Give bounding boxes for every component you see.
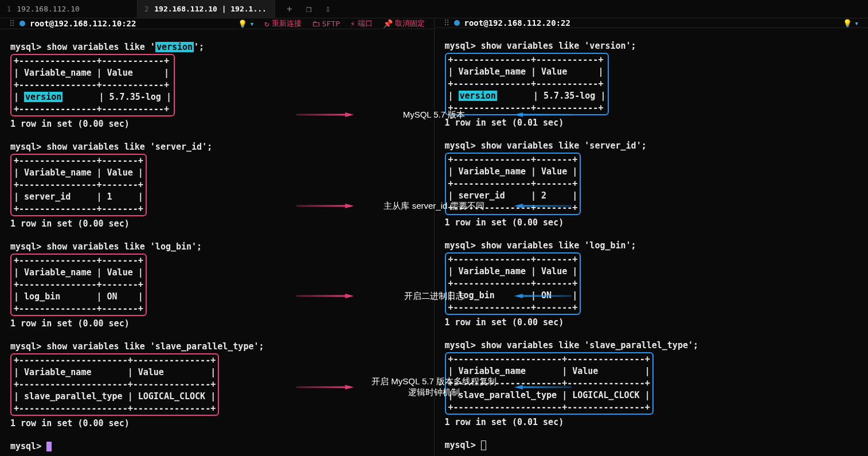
- pane-right: ⠿ root@192.168.112.20:22 💡 ▾ mysql> show…: [435, 18, 869, 456]
- result-summary: 1 row in set (0.00 sec): [10, 417, 424, 430]
- pane-header-info: ⠿ root@192.168.112.10:22: [9, 19, 136, 28]
- cursor-icon: [481, 441, 486, 450]
- status-dot-icon: [454, 20, 460, 26]
- folder-icon: 🗀: [312, 19, 320, 28]
- pane-toolbar: 💡 ▾: [843, 19, 859, 28]
- sql-command: mysql> show variables like 'version';: [445, 40, 858, 53]
- chevron-down-icon: ▾: [854, 19, 859, 28]
- pane-title: root@192.168.112.20:22: [464, 18, 570, 28]
- result-summary: 1 row in set (0.01 sec): [445, 416, 858, 429]
- chevron-down-icon: ▾: [249, 20, 254, 28]
- result-summary: 1 row in set (0.00 sec): [10, 118, 424, 131]
- terminal-right[interactable]: mysql> show variables like 'version';+--…: [435, 28, 869, 456]
- tab-bar: 1 192.168.112.10 2 192.168.112.10 | 192.…: [0, 0, 868, 18]
- download-icon[interactable]: ⇩: [325, 3, 331, 14]
- panes-container: ⠿ root@192.168.112.10:22 💡 ▾ ↻ 重新连接 🗀 SF…: [0, 18, 868, 456]
- mysql-prompt: mysql>: [445, 439, 858, 452]
- bulb-icon: 💡: [843, 19, 852, 28]
- result-summary: 1 row in set (0.01 sec): [445, 116, 858, 130]
- result-table: +---------------+------------+| Variable…: [445, 53, 609, 115]
- result-table: +---------------+-------+| Variable_name…: [10, 254, 147, 316]
- tab-actions: + ❐ ⇩: [275, 3, 342, 14]
- pane-left: ⠿ root@192.168.112.10:22 💡 ▾ ↻ 重新连接 🗀 SF…: [0, 18, 435, 456]
- refresh-icon: ↻: [264, 19, 269, 28]
- cursor-icon: [46, 442, 52, 451]
- sql-command: mysql> show variables like 'log_bin';: [10, 240, 424, 254]
- bulb-icon: 💡: [238, 20, 247, 28]
- sql-command: mysql> show variables like 'server_id';: [10, 141, 424, 154]
- sql-command: mysql> show variables like 'slave_parall…: [10, 340, 424, 353]
- result-summary: 1 row in set (0.00 sec): [445, 316, 858, 329]
- reconnect-button[interactable]: ↻ 重新连接: [264, 18, 301, 29]
- toolbar-label: 重新连接: [272, 18, 302, 29]
- result-table: +---------------+-------+| Variable_name…: [445, 153, 581, 215]
- result-summary: 1 row in set (0.00 sec): [10, 317, 424, 330]
- result-table: +---------------------+---------------+|…: [445, 352, 654, 415]
- tab-2[interactable]: 2 192.168.112.10 | 192.1...: [138, 0, 275, 18]
- unpin-button[interactable]: 📌 取消固定: [383, 18, 425, 29]
- sql-command: mysql> show variables like 'slave_parall…: [445, 339, 858, 352]
- pane-header-info: ⠿ root@192.168.112.20:22: [444, 18, 570, 28]
- result-table: +---------------------+---------------+|…: [10, 353, 219, 416]
- windows-icon[interactable]: ❐: [306, 3, 312, 14]
- pane-title: root@192.168.112.10:22: [30, 19, 136, 28]
- tab-number: 2: [144, 5, 148, 13]
- hint-button[interactable]: 💡 ▾: [843, 19, 859, 28]
- grip-icon[interactable]: ⠿: [9, 19, 15, 28]
- toolbar-label: 取消固定: [395, 18, 425, 29]
- sql-command: mysql> show variables like 'log_bin';: [445, 239, 858, 252]
- pane-header-right: ⠿ root@192.168.112.20:22 💡 ▾: [435, 18, 869, 28]
- pane-toolbar: 💡 ▾ ↻ 重新连接 🗀 SFTP ⚡ 端口 📌 取消固定: [238, 18, 424, 29]
- plug-icon: ⚡: [350, 19, 355, 28]
- grip-icon[interactable]: ⠿: [444, 18, 449, 28]
- port-button[interactable]: ⚡ 端口: [350, 18, 372, 29]
- mysql-prompt: mysql>: [10, 440, 424, 453]
- result-table: +---------------+------------+| Variable…: [10, 54, 175, 116]
- pane-header-left: ⠿ root@192.168.112.10:22 💡 ▾ ↻ 重新连接 🗀 SF…: [0, 18, 434, 29]
- result-summary: 1 row in set (0.00 sec): [445, 216, 858, 229]
- result-table: +---------------+-------+| Variable_name…: [445, 252, 581, 315]
- sftp-button[interactable]: 🗀 SFTP: [312, 19, 340, 28]
- result-summary: 1 row in set (0.00 sec): [10, 217, 424, 231]
- sql-command: mysql> show variables like 'server_id';: [445, 139, 858, 153]
- tab-1[interactable]: 1 192.168.112.10: [0, 0, 138, 18]
- pin-icon: 📌: [383, 19, 393, 28]
- tab-number: 1: [7, 5, 11, 13]
- tab-title: 192.168.112.10: [17, 5, 80, 13]
- toolbar-label: SFTP: [322, 20, 340, 28]
- result-table: +---------------+-------+| Variable_name…: [10, 154, 147, 216]
- sql-command: mysql> show variables like 'version';: [10, 41, 424, 54]
- hint-button[interactable]: 💡 ▾: [238, 20, 254, 28]
- terminal-left[interactable]: mysql> show variables like 'version';+--…: [0, 29, 434, 456]
- add-tab-icon[interactable]: +: [287, 3, 292, 14]
- toolbar-label: 端口: [358, 18, 373, 29]
- tab-title: 192.168.112.10 | 192.1...: [154, 5, 267, 13]
- status-dot-icon: [19, 21, 25, 26]
